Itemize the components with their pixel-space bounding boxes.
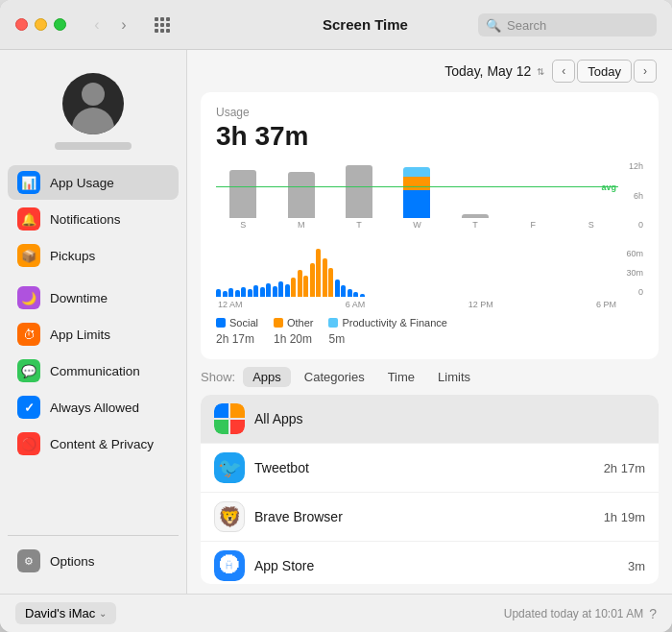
hour-label-12am: 12 AM	[218, 300, 243, 309]
hourly-y-labels: 60m 30m 0	[622, 249, 643, 297]
legend-other: Other 1h 20m	[274, 317, 314, 346]
avatar-head	[82, 83, 105, 106]
date-up-down-icon: ⇅	[537, 66, 544, 77]
legend: Social 2h 17m Other 1h 20m	[216, 317, 643, 346]
bar-w-stack	[390, 167, 444, 218]
search-bar[interactable]: 🔍 Search	[478, 13, 657, 36]
back-button[interactable]: ‹	[85, 13, 108, 36]
avatar-section	[8, 61, 179, 165]
chevron-down-icon: ⌄	[99, 608, 107, 619]
sidebar-item-downtime[interactable]: 🌙 Downtime	[8, 280, 179, 315]
close-button[interactable]	[15, 18, 28, 31]
bar-m	[288, 172, 315, 218]
h-bar	[328, 268, 333, 297]
day-label: S	[588, 220, 594, 230]
grid-icon[interactable]	[155, 17, 170, 33]
app-list-item-tweetbot[interactable]: 🐦 Tweetbot 2h 17m	[201, 444, 659, 493]
tabs-section: Show: Apps Categories Time Limits	[187, 359, 672, 395]
content-header: Today, May 12 ⇅ ‹ Today ›	[187, 50, 672, 92]
sidebar-item-label: Content & Privacy	[50, 437, 154, 451]
weekly-bar-group: T	[332, 165, 386, 230]
options-label: Options	[50, 554, 95, 569]
day-label: F	[531, 220, 537, 230]
tab-categories[interactable]: Categories	[295, 367, 374, 387]
sidebar-item-app-usage[interactable]: 📊 App Usage	[8, 165, 179, 200]
date-selector: Today, May 12 ⇅	[444, 63, 544, 79]
bar-w-orange	[403, 177, 430, 190]
tab-apps[interactable]: Apps	[243, 367, 291, 387]
appstore-icon-wrap: 🅐	[214, 550, 245, 581]
app-limits-icon: ⏱	[17, 323, 40, 346]
productivity-label: Productivity & Finance	[342, 317, 446, 328]
all-apps-q4	[230, 420, 245, 434]
maximize-button[interactable]	[54, 18, 66, 31]
footer: David's iMac ⌄ Updated today at 10:01 AM…	[0, 594, 672, 632]
h-bar	[260, 287, 265, 297]
h-bar	[323, 258, 327, 297]
app-list-item-all-apps[interactable]: All Apps	[201, 395, 659, 444]
y-label-30m: 30m	[622, 268, 643, 278]
h-bar	[335, 280, 340, 297]
hourly-labels: 12 AM 6 AM 12 PM 6 PM	[216, 300, 618, 309]
sidebar-item-options[interactable]: ⚙ Options	[8, 544, 179, 578]
today-button[interactable]: Today	[577, 60, 632, 83]
bar-w-teal	[403, 167, 430, 177]
always-allowed-icon: ✓	[17, 396, 40, 419]
communication-icon: 💬	[17, 359, 40, 382]
all-apps-q1	[214, 403, 228, 418]
date-arrows: ‹ Today ›	[552, 60, 657, 83]
h-bar	[248, 289, 252, 297]
chart-area: Usage 3h 37m avg S	[201, 92, 659, 359]
search-icon: 🔍	[486, 18, 501, 33]
sidebar-item-pickups[interactable]: 📦 Pickups	[8, 238, 179, 273]
sidebar-item-communication[interactable]: 💬 Communication	[8, 353, 179, 388]
bar-s1	[229, 170, 256, 218]
sidebar-item-label: Pickups	[50, 249, 95, 263]
next-date-button[interactable]: ›	[634, 60, 657, 83]
y-label-60m: 60m	[622, 249, 643, 258]
notifications-icon: 🔔	[17, 207, 40, 231]
prev-date-button[interactable]: ‹	[552, 60, 575, 83]
weekly-bar-group: S	[216, 170, 270, 230]
avatar	[62, 73, 124, 134]
day-label: W	[413, 220, 421, 230]
help-button[interactable]: ?	[649, 606, 657, 621]
options-icon: ⚙	[17, 549, 40, 572]
y-label-6h: 6h	[622, 191, 643, 201]
tab-time[interactable]: Time	[378, 367, 424, 387]
all-apps-q2	[230, 403, 245, 418]
brave-name: Brave Browser	[254, 509, 594, 524]
h-bar	[216, 289, 221, 297]
h-bar	[341, 285, 346, 297]
usage-label: Usage	[216, 106, 643, 119]
all-apps-icon	[214, 403, 245, 434]
other-label: Other	[287, 317, 314, 328]
weekly-bar-group: T	[448, 214, 502, 230]
appstore-time: 3m	[628, 559, 645, 573]
weekly-bars: S M T	[216, 161, 618, 243]
content-privacy-icon: 🚫	[17, 432, 40, 455]
tab-limits[interactable]: Limits	[428, 367, 480, 387]
sidebar-nav: 📊 App Usage 🔔 Notifications 📦 Pickups 🌙 …	[8, 165, 179, 527]
avatar-body	[72, 108, 114, 134]
weekly-bar-group: W	[390, 167, 444, 230]
content-area: Today, May 12 ⇅ ‹ Today › Usage 3h 37m a	[187, 50, 672, 594]
app-list-item-appstore[interactable]: 🅐 App Store 3m	[201, 542, 659, 584]
other-dot	[274, 318, 283, 328]
bar-w-blue	[403, 190, 430, 218]
sidebar-item-notifications[interactable]: 🔔 Notifications	[8, 202, 179, 236]
tweetbot-name: Tweetbot	[254, 460, 594, 475]
forward-button[interactable]: ›	[112, 13, 135, 36]
app-list-item-brave[interactable]: 🦁 Brave Browser 1h 19m	[201, 493, 659, 542]
hourly-bars	[216, 249, 618, 297]
day-label: S	[240, 220, 246, 230]
minimize-button[interactable]	[35, 18, 47, 31]
device-selector[interactable]: David's iMac ⌄	[15, 602, 116, 624]
social-time: 2h 17m	[216, 332, 254, 346]
sidebar-item-always-allowed[interactable]: ✓ Always Allowed	[8, 390, 179, 425]
sidebar-item-app-limits[interactable]: ⏱ App Limits	[8, 317, 179, 352]
y-label-12h: 12h	[622, 161, 643, 171]
social-label: Social	[229, 317, 258, 328]
main-window: ‹ › Screen Time 🔍 Search	[0, 0, 672, 632]
sidebar-item-content-privacy[interactable]: 🚫 Content & Privacy	[8, 426, 179, 461]
